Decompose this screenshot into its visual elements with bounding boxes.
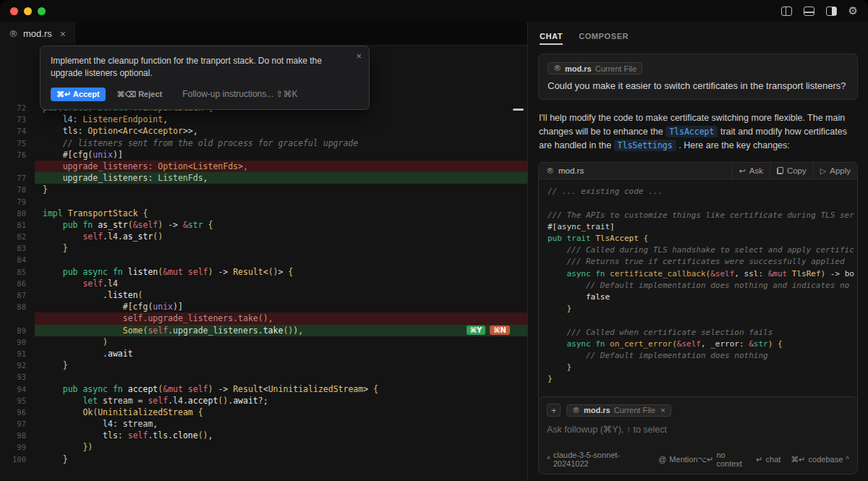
zoom-window-button[interactable] [38, 7, 46, 15]
code-editor[interactable]: 72pub(crate) struct TransportStack {73 l… [0, 46, 527, 481]
line-number: 90 [0, 336, 35, 348]
play-icon: ▷ [820, 166, 826, 176]
chat-input-field[interactable]: Ask followup (⌘Y), ↑ to select [547, 424, 849, 435]
inline-code-tlsaccept[interactable]: TlsAccept [665, 126, 718, 137]
reject-button[interactable]: ⌘⌫ Reject [117, 90, 163, 99]
chat-input-card: + ® mod.rs Current File × Ask followup (… [538, 396, 858, 474]
code-line: /// The APIs to customize things like ce… [548, 210, 848, 221]
code-line: 91 .await [0, 348, 527, 359]
line-number: 78 [0, 184, 35, 195]
line-number: 95 [0, 395, 35, 406]
code-block-content: // ... existing code .../// The APIs to … [539, 179, 857, 427]
code-line: // ... existing code ... [548, 186, 848, 197]
line-number: 99 [0, 441, 35, 453]
code-line [548, 315, 848, 326]
chip-filename: mod.rs [565, 64, 592, 73]
code-line: 84 [0, 254, 527, 265]
line-number: 77 [0, 172, 35, 184]
tab-chat[interactable]: CHAT [540, 32, 563, 45]
code-line: async fn on_cert_error(&self, _error: &s… [548, 339, 848, 350]
diff-shortcut-badge[interactable]: ⌘Y [467, 325, 486, 335]
input-context-chip[interactable]: ® mod.rs Current File × [566, 404, 671, 417]
settings-gear-icon[interactable]: ⚙ [848, 6, 858, 17]
chat-input-footer: ^ claude-3-5-sonnet-20241022 @ Mention ⌥… [547, 451, 849, 468]
diff-shortcut-badge[interactable]: ⌘N [490, 325, 510, 335]
app-window: ⚙ ® mod.rs × 72pub(crate) struct Transpo… [0, 0, 868, 481]
tab-close-icon[interactable]: × [60, 28, 66, 40]
titlebar: ⚙ [0, 0, 868, 22]
line-number: 98 [0, 430, 35, 441]
line-number: 82 [0, 231, 35, 242]
chat-submit-shortcut[interactable]: ↵ chat [756, 455, 780, 464]
inline-code-tlssettings[interactable]: TlsSettings [614, 140, 676, 151]
option-return-keys: ⌥↵ [698, 455, 714, 464]
followup-instructions-button[interactable]: Follow-up instructions... ⇧⌘K [182, 89, 297, 99]
code-line: 94 pub async fn accept(&mut self) -> Res… [0, 383, 527, 395]
tab-composer[interactable]: COMPOSER [579, 32, 629, 45]
code-line: 96 Ok(UninitializedStream { [0, 406, 527, 418]
line-number: 89 [0, 325, 35, 336]
line-number: 93 [0, 371, 35, 383]
code-line: // Default implementation does nothing [548, 350, 848, 362]
code-line: #[async_trait] [548, 221, 848, 233]
line-number: 97 [0, 418, 35, 430]
chevron-up-icon: ^ [846, 456, 849, 464]
mention-button[interactable]: @ Mention [658, 455, 697, 464]
user-question-text: Could you make it easier to switch certi… [548, 80, 848, 91]
code-line: 78} [0, 184, 527, 195]
chat-panel-tabs: CHAT COMPOSER [528, 22, 868, 51]
chevron-up-icon: ^ [547, 456, 550, 464]
ask-button[interactable]: ↩ Ask [732, 163, 770, 179]
layout-rows-icon[interactable] [804, 7, 814, 16]
line-number: 85 [0, 266, 35, 278]
line-number: 76 [0, 149, 35, 161]
line-number: 75 [0, 137, 35, 149]
code-line: 97 l4: stream, [0, 418, 527, 430]
assistant-text-3: . Here are the key changes: [676, 140, 790, 150]
code-block-filename: ® mod.rs [539, 166, 732, 176]
code-line: 80impl TransportStack { [0, 208, 527, 219]
rust-file-icon: ® [9, 28, 18, 39]
minimize-window-button[interactable] [24, 7, 32, 15]
layout-sidebar-right-icon[interactable] [826, 7, 837, 16]
accept-button[interactable]: ⌘↵ Accept [51, 88, 106, 101]
model-selector[interactable]: ^ claude-3-5-sonnet-20241022 [547, 451, 648, 468]
code-line: } [548, 303, 848, 315]
rust-file-icon: ® [572, 406, 580, 415]
code-line: 87 .listen( [0, 289, 527, 301]
line-number: 84 [0, 254, 35, 265]
assistant-message-text: I'll help modify the code to make certif… [539, 111, 856, 152]
no-context-shortcut[interactable]: ⌥↵ no context [698, 451, 746, 468]
ask-button-label: Ask [749, 166, 763, 175]
codebase-shortcut[interactable]: ⌘↵ codebase ^ [791, 455, 849, 464]
code-line: } [548, 362, 848, 373]
code-line: /// Returns true if certificates were su… [548, 256, 848, 268]
close-window-button[interactable] [10, 7, 18, 15]
code-line: 77 upgrade_listeners: ListenFds, [0, 172, 527, 184]
chip-filename: mod.rs [584, 406, 610, 414]
add-context-button[interactable]: + [547, 404, 561, 417]
code-line: 99 }) [0, 441, 527, 453]
code-line: 98 tls: self.tls.clone(), [0, 430, 527, 441]
layout-columns-icon[interactable] [781, 7, 792, 16]
tab-mod-rs[interactable]: ® mod.rs × [0, 22, 75, 46]
context-file-chip[interactable]: ® mod.rs Current File [548, 62, 642, 75]
titlebar-actions: ⚙ [781, 6, 858, 17]
copy-button[interactable]: Copy [770, 163, 813, 179]
code-line: 73 l4: ListenerEndpoint, [0, 114, 527, 125]
code-line: 100 } [0, 454, 527, 465]
apply-button[interactable]: ▷ Apply [813, 163, 857, 179]
mention-label: Mention [669, 455, 697, 464]
cmd-return-keys: ⌘↵ [791, 455, 805, 464]
code-line: pub trait TlsAccept { [548, 233, 848, 244]
code-line: 88 #[cfg(unix)] [0, 301, 527, 312]
code-line: 93 [0, 371, 527, 383]
line-number: 72 [0, 102, 35, 114]
rust-file-icon: ® [553, 64, 561, 73]
code-block-file-label: mod.rs [558, 166, 584, 175]
chip-close-icon[interactable]: × [660, 406, 665, 414]
code-line: 85 pub async fn listen(&mut self) -> Res… [0, 266, 527, 278]
editor-scrollbar-thumb[interactable] [513, 108, 524, 111]
popup-close-icon[interactable]: × [356, 51, 362, 61]
line-number: 94 [0, 383, 35, 395]
